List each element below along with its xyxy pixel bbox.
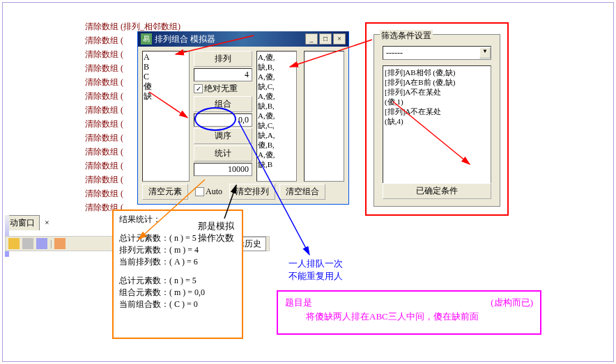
- elements-textarea[interactable]: A B C 傻 缺: [142, 51, 190, 182]
- combine-input[interactable]: 0,0: [194, 113, 252, 127]
- stat-button[interactable]: 统计: [194, 145, 252, 161]
- filter-dropdown[interactable]: ------ ▼: [383, 46, 491, 60]
- filter-group-label: 筛选条件设置: [380, 30, 433, 42]
- annotation-blue: 一人排队一次 不能重复用人: [288, 258, 343, 283]
- filter-item[interactable]: [排列]A不在某处: [385, 106, 489, 116]
- iteration-input[interactable]: 10000: [194, 163, 252, 176]
- filter-list[interactable]: [排列]AB相邻 (傻,缺)[排列]A在B前 (傻,缺)[排列]A不在某处(傻,…: [383, 65, 491, 185]
- ide-tab[interactable]: 动窗口: [5, 215, 40, 230]
- filter-panel: 筛选条件设置 ------ ▼ [排列]AB相邻 (傻,缺)[排列]A在B前 (…: [374, 34, 500, 207]
- simulator-window: 易 排列组合 模拟器 _ □ × A B C 傻 缺 排列 4 ✓ 绝对无重 组…: [137, 31, 349, 205]
- maximize-button[interactable]: □: [319, 33, 332, 45]
- filter-item[interactable]: (傻,1): [385, 97, 489, 106]
- toolbar-icon-2[interactable]: [22, 238, 33, 249]
- filter-item[interactable]: [排列]A不在某处: [385, 87, 489, 97]
- stat-line: 排列元素数：( m ) = 4: [119, 244, 236, 256]
- auto-label: Auto: [206, 187, 222, 197]
- no-repeat-label: 绝对无重: [204, 83, 238, 95]
- titlebar[interactable]: 易 排列组合 模拟器 _ □ ×: [138, 31, 348, 47]
- close-button[interactable]: ×: [333, 33, 346, 45]
- clear-combo-button[interactable]: 清空组合: [279, 184, 325, 200]
- toolbar-icon-4[interactable]: [54, 238, 66, 249]
- filter-item[interactable]: [排列]A在B前 (傻,缺): [385, 77, 489, 87]
- annotation-black: 那是模拟 操作次数: [198, 220, 234, 244]
- minimize-button[interactable]: _: [305, 33, 318, 45]
- window-title: 排列组合 模拟器: [155, 33, 305, 45]
- combo-results[interactable]: [304, 51, 344, 182]
- arrange-count-input[interactable]: 4: [194, 68, 252, 81]
- ide-tab-close-icon[interactable]: ×: [42, 216, 52, 230]
- arrange-results[interactable]: A,傻, 缺,B, A,傻, 缺,C, A,傻, 缺,B, A,傻, 缺,C, …: [256, 51, 297, 182]
- toolbar-icon-3[interactable]: [36, 238, 47, 249]
- combine-button[interactable]: 组合: [194, 96, 252, 112]
- arrange-button[interactable]: 排列: [194, 51, 252, 67]
- filter-item[interactable]: (缺,4): [385, 116, 489, 126]
- clear-elements-button[interactable]: 清空元素: [142, 184, 188, 200]
- order-button[interactable]: 调序: [194, 128, 252, 144]
- dropdown-arrow-icon[interactable]: ▼: [479, 47, 491, 58]
- toolbar-icon-1[interactable]: [8, 238, 20, 249]
- stat-line: 总计元素数：( n ) = 5: [119, 275, 236, 287]
- stat-line: 组合元素数：( m ) = 0,0: [119, 287, 236, 299]
- confirm-filter-button[interactable]: 已确定条件: [383, 183, 491, 199]
- clear-arrange-button[interactable]: 清空排列: [229, 184, 275, 200]
- no-repeat-checkbox[interactable]: ✓: [194, 84, 203, 93]
- stat-line: 当前排列数：( A ) = 6: [119, 256, 236, 268]
- auto-checkbox[interactable]: [195, 187, 204, 196]
- question-box: 题目是(虚构而已) 将傻缺两人排在ABC三人中间，傻在缺前面: [277, 290, 541, 335]
- stat-line: 当前组合数：( C ) = 0: [119, 299, 236, 310]
- filter-item[interactable]: [排列]AB相邻 (傻,缺): [385, 68, 489, 77]
- app-icon: 易: [141, 33, 152, 45]
